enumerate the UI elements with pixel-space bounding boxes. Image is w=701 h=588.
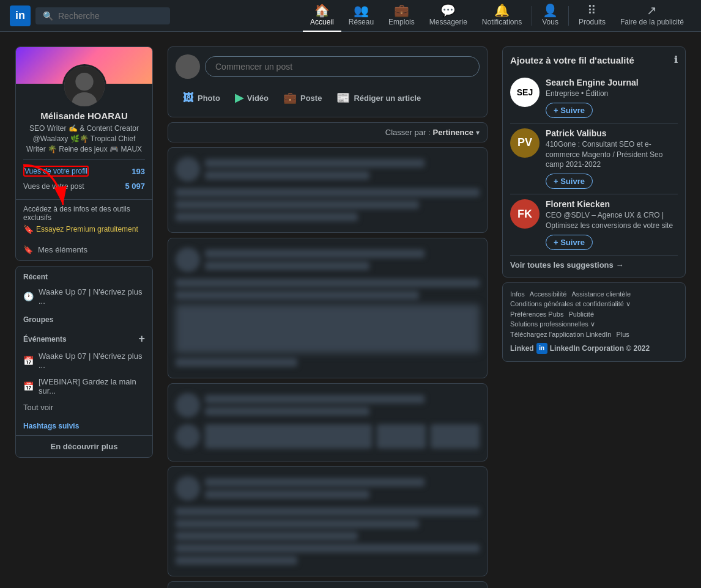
sidebar-item-tout-voir[interactable]: Tout voir	[16, 399, 152, 416]
footer-link-support[interactable]: Assistance clientèle	[571, 290, 631, 298]
blurred-post-content-1	[176, 155, 480, 221]
avatar[interactable]	[62, 64, 106, 108]
suggestion-info-patrick: Patrick Valibus 410Gone : Consultant SEO…	[546, 128, 678, 189]
sidebar-item-event1[interactable]: 📅 Waake Up 07 | N'écrivez plus ...	[16, 348, 152, 373]
feed-post-translation: Hop hop hop, va skier, profite pour moi …	[168, 581, 488, 588]
recent-title: Récent	[16, 266, 152, 284]
nav-item-accueil[interactable]: 🏠 Accueil	[303, 0, 341, 32]
footer-link-terms[interactable]: Conditions générales et confidentialité …	[510, 300, 631, 308]
briefcase-icon: 💼	[283, 91, 297, 105]
see-all-suggestions-link[interactable]: Voir toutes les suggestions →	[510, 255, 678, 270]
follow-sej-button[interactable]: + Suivre	[546, 103, 593, 118]
svg-point-1	[75, 73, 93, 90]
footer-copyright: LinkedIn Corporation © 2022	[550, 344, 650, 353]
footer-link-prefs[interactable]: Préférences Pubs	[510, 311, 563, 318]
calendar-icon-2: 📅	[23, 381, 34, 391]
post-views-value: 5 097	[125, 182, 145, 191]
suggestion-info-florent: Florent Kiecken CEO @SDLV – Agence UX & …	[546, 199, 678, 250]
florent-name[interactable]: Florent Kiecken	[546, 199, 678, 209]
footer-link-infos[interactable]: Infos	[510, 290, 525, 298]
profile-icon: 👤	[543, 4, 558, 17]
sort-value[interactable]: Pertinence	[433, 128, 473, 137]
footer-link-accessibility[interactable]: Accessibilité	[530, 290, 567, 298]
main-feed: 🖼 Photo ▶ Vidéo 💼 Poste 📰 Rédiger un art…	[168, 46, 488, 588]
li-logo-small: in	[536, 343, 547, 354]
nav-item-reseau[interactable]: 👥 Réseau	[341, 0, 381, 32]
hashtags-title[interactable]: Hashtags suivis	[16, 416, 152, 433]
navbar: in 🔍 🏠 Accueil 👥 Réseau 💼 Emplois 💬 Mess…	[0, 0, 701, 32]
premium-text: Accédez à des infos et des outils exclus…	[23, 205, 145, 222]
article-button[interactable]: 📰 Rédiger un article	[329, 86, 428, 109]
mes-elements-label: Mes éléments	[38, 245, 87, 254]
sidebar-nav-card: Récent 🕐 Waake Up 07 | N'écrivez plus ..…	[15, 266, 153, 458]
groupes-title: Groupes	[16, 309, 152, 326]
photo-label: Photo	[198, 94, 220, 103]
patrick-name[interactable]: Patrick Valibus	[546, 128, 678, 138]
nav-item-produits[interactable]: ⠿ Produits	[571, 0, 613, 32]
premium-link[interactable]: 🔖 Essayez Premium gratuitement	[23, 224, 145, 234]
profile-views-value: 193	[132, 167, 145, 176]
nav-label-emplois: Emplois	[388, 18, 415, 26]
footer-links: Infos Accessibilité Assistance clientèle…	[510, 290, 678, 338]
event1-label: Waake Up 07 | N'écrivez plus ...	[39, 351, 145, 370]
info-icon[interactable]: ℹ	[674, 54, 678, 65]
blurred-avatar-2	[176, 248, 200, 272]
sej-avatar: SEJ	[510, 78, 540, 107]
nav-label-accueil: Accueil	[310, 18, 334, 26]
footer-link-app[interactable]: Téléchargez l'application LinkedIn	[510, 331, 611, 338]
photo-button[interactable]: 🖼 Photo	[176, 86, 228, 109]
profile-stats: Vues de votre profil 193 Vues de votre p…	[23, 164, 145, 192]
nav-item-emplois[interactable]: 💼 Emplois	[381, 0, 422, 32]
composer-actions: 🖼 Photo ▶ Vidéo 💼 Poste 📰 Rédiger un art…	[176, 86, 480, 109]
nav-item-publicite[interactable]: ↗ Faire de la publicité	[613, 0, 691, 32]
profile-name[interactable]: Mélisande HOARAU	[23, 111, 145, 121]
profile-bio: SEO Writer ✍️ & Content Creator @Waalaxy…	[23, 123, 145, 154]
poste-button[interactable]: 💼 Poste	[276, 86, 329, 109]
nav-label-reseau: Réseau	[349, 18, 374, 26]
stat-row-views: Vues de votre profil 193	[23, 164, 145, 178]
nav-item-vous[interactable]: 👤 Vous	[535, 0, 566, 32]
footer-link-pro[interactable]: Solutions professionnelles ∨	[510, 320, 595, 328]
advertise-icon: ↗	[647, 4, 657, 17]
video-icon: ▶	[235, 91, 243, 105]
poste-label: Poste	[300, 94, 322, 103]
florent-avatar: FK	[510, 199, 540, 229]
mes-elements[interactable]: 🔖 Mes éléments	[16, 239, 152, 260]
search-icon: 🔍	[43, 11, 53, 21]
sort-chevron-down-icon[interactable]: ▾	[476, 128, 480, 137]
sej-desc: Entreprise • Édition	[546, 89, 678, 99]
evenements-title: Événements	[23, 335, 67, 344]
search-bar[interactable]: 🔍	[35, 7, 170, 24]
footer-logo: Linked in LinkedIn Corporation © 2022	[510, 343, 678, 354]
florent-initials: FK	[517, 208, 532, 221]
sidebar-left: Mélisande HOARAU SEO Writer ✍️ & Content…	[15, 46, 153, 458]
linkedin-footer-text-before: Linked	[510, 344, 534, 353]
suggestion-item-florent: FK Florent Kiecken CEO @SDLV – Agence UX…	[510, 194, 678, 255]
sidebar-item-waake[interactable]: 🕐 Waake Up 07 | N'écrivez plus ...	[16, 284, 152, 309]
search-input[interactable]	[58, 11, 163, 21]
blurred-avatar-3	[176, 393, 200, 417]
event2-label: [WEBINAR] Gardez la main sur...	[39, 377, 145, 395]
footer-link-ads[interactable]: Publicité	[568, 311, 594, 318]
nav-item-notifications[interactable]: 🔔 Notifications	[475, 0, 529, 32]
clock-icon: 🕐	[23, 292, 34, 301]
follow-patrick-button[interactable]: + Suivre	[546, 174, 593, 189]
suggestion-item-sej: SEJ Search Engine Journal Entreprise • É…	[510, 73, 678, 123]
add-event-button[interactable]: +	[138, 333, 145, 345]
premium-icon: 🔖	[23, 224, 34, 234]
linkedin-logo[interactable]: in	[10, 6, 31, 26]
video-button[interactable]: ▶ Vidéo	[228, 86, 276, 109]
nav-label-messagerie: Messagerie	[429, 18, 467, 26]
sidebar-item-event2[interactable]: 📅 [WEBINAR] Gardez la main sur...	[16, 373, 152, 399]
nav-item-messagerie[interactable]: 💬 Messagerie	[422, 0, 475, 32]
follow-florent-button[interactable]: + Suivre	[546, 235, 593, 250]
discover-button[interactable]: En découvrir plus	[16, 435, 152, 457]
sej-name[interactable]: Search Engine Journal	[546, 78, 678, 87]
footer-link-more[interactable]: Plus	[616, 331, 629, 338]
profile-views-label[interactable]: Vues de votre profil	[23, 166, 89, 177]
premium-section: Accédez à des infos et des outils exclus…	[16, 199, 152, 239]
post-input[interactable]	[205, 56, 480, 77]
composer-avatar	[176, 54, 200, 79]
composer-top	[176, 54, 480, 79]
patrick-initials: PV	[517, 136, 532, 149]
